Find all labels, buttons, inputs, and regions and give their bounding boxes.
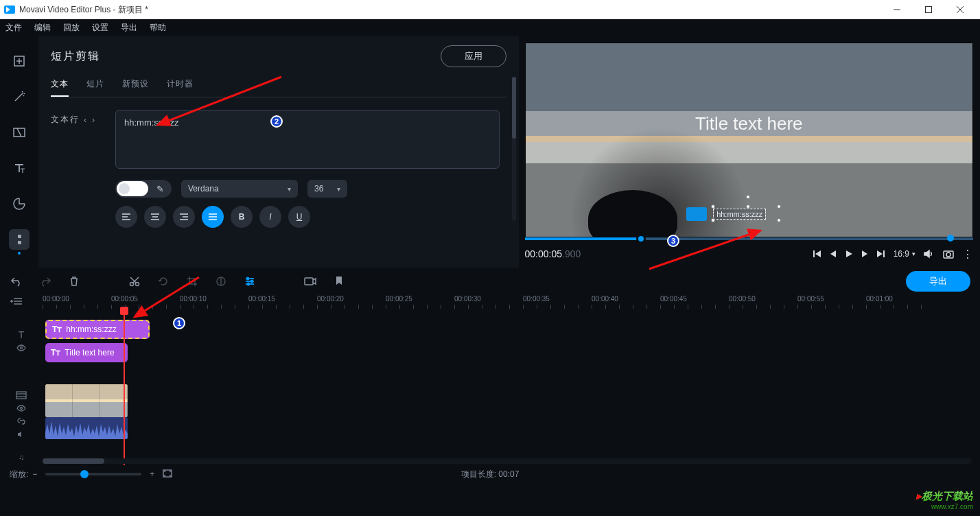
- text-track-icon: T: [19, 329, 25, 340]
- marker-icon[interactable]: [332, 274, 346, 288]
- time-ruler[interactable]: 00:00:0000:00:0500:00:1000:00:1500:00:20…: [43, 295, 972, 312]
- timeline-video-clip[interactable]: [45, 384, 128, 417]
- zoom-out-icon[interactable]: −: [32, 469, 37, 479]
- import-icon[interactable]: [9, 51, 30, 71]
- color-adjust-icon[interactable]: [214, 274, 228, 288]
- music-track-icon: ♫: [19, 453, 24, 461]
- svg-marker-28: [862, 250, 867, 257]
- ruler-label: 00:00:45: [660, 295, 687, 303]
- skip-start-icon[interactable]: [813, 249, 822, 259]
- align-justify-button[interactable]: [202, 206, 224, 228]
- watermark: ▸极光下载站 www.xz7.com: [916, 490, 973, 511]
- svg-point-33: [946, 253, 950, 257]
- crop-icon[interactable]: [185, 274, 199, 288]
- color-toggle[interactable]: [117, 181, 148, 196]
- preview-scrubber[interactable]: [525, 237, 974, 240]
- underline-button[interactable]: U: [288, 206, 310, 228]
- skip-end-icon[interactable]: [876, 249, 885, 259]
- menu-help[interactable]: 帮助: [150, 22, 166, 34]
- timeline: 00:00:0000:00:0500:00:1000:00:1500:00:20…: [0, 295, 980, 483]
- tab-preset[interactable]: 新预设: [122, 78, 149, 97]
- align-center-button[interactable]: [144, 206, 166, 228]
- menu-playback[interactable]: 回放: [63, 22, 80, 34]
- tab-timer[interactable]: 计时器: [167, 78, 194, 97]
- wand-icon[interactable]: [9, 86, 30, 107]
- next-text-arrow[interactable]: ›: [92, 115, 96, 125]
- more-icon[interactable]: ⋮: [962, 248, 973, 261]
- italic-button[interactable]: I: [259, 206, 281, 228]
- timeline-clip-timer[interactable]: Tᴛ hh:mm:ss:zzz: [45, 320, 150, 339]
- ruler-label: 00:00:05: [111, 295, 138, 303]
- timeline-hscroll[interactable]: [43, 458, 972, 464]
- svg-point-41: [251, 281, 253, 283]
- svg-marker-25: [815, 250, 821, 257]
- cut-icon[interactable]: [128, 274, 141, 288]
- frame-fwd-icon[interactable]: [861, 249, 869, 259]
- clip-edit-panel: 短片剪辑 应用 文本 短片 新预设 计时器 文本行 ‹› hh:mm:ss:zz…: [38, 36, 520, 268]
- ruler-label: 00:00:50: [729, 295, 756, 303]
- panel-scrollbar[interactable]: [512, 77, 516, 221]
- tab-text[interactable]: 文本: [51, 78, 69, 97]
- transitions-icon[interactable]: [9, 122, 30, 143]
- font-size-select[interactable]: 36▾: [307, 180, 347, 198]
- aspect-ratio[interactable]: 16:9 ▾: [894, 249, 915, 259]
- title-icon[interactable]: [9, 158, 30, 178]
- svg-marker-29: [877, 250, 883, 257]
- title-clip-icon: Tᴛ: [52, 325, 62, 334]
- track-visible-icon[interactable]: [16, 405, 26, 413]
- close-button[interactable]: [944, 0, 976, 19]
- rotate-icon[interactable]: [156, 274, 170, 288]
- delete-icon[interactable]: [67, 274, 81, 288]
- font-select[interactable]: Verdana▾: [181, 180, 298, 198]
- frame-back-icon[interactable]: [829, 249, 837, 259]
- menu-file[interactable]: 文件: [5, 22, 22, 34]
- maximize-button[interactable]: [913, 0, 944, 19]
- preview-video[interactable]: Title text here hh:mm:ss:zzz: [525, 43, 974, 237]
- svg-marker-27: [846, 250, 852, 257]
- minimize-button[interactable]: [881, 0, 913, 19]
- timeline-audio-clip[interactable]: [45, 417, 128, 439]
- stickers-icon[interactable]: [9, 194, 30, 214]
- align-left-button[interactable]: [115, 206, 137, 228]
- timeline-clip-title[interactable]: Tᴛ Title text here: [45, 343, 128, 362]
- tab-clip[interactable]: 短片: [86, 78, 104, 97]
- menu-export[interactable]: 导出: [121, 22, 137, 34]
- preview-timer-overlay[interactable]: hh:mm:ss:zzz: [713, 209, 766, 220]
- track-visible-icon[interactable]: [16, 344, 26, 353]
- undo-icon[interactable]: [10, 274, 23, 288]
- volume-icon[interactable]: [924, 249, 935, 259]
- track-link-icon[interactable]: [17, 417, 25, 427]
- bold-button[interactable]: B: [231, 206, 253, 228]
- menu-settings[interactable]: 设置: [92, 22, 108, 34]
- status-bar: 缩放: − + 项目长度: 00:07: [0, 465, 980, 483]
- preview-title-overlay[interactable]: Title text here: [695, 113, 803, 134]
- record-icon[interactable]: [303, 274, 317, 288]
- playhead[interactable]: [124, 307, 125, 467]
- more-tools-icon[interactable]: [9, 229, 30, 250]
- zoom-fit-icon[interactable]: [163, 469, 172, 480]
- align-right-button[interactable]: [173, 206, 195, 228]
- color-picker-icon[interactable]: ✎: [152, 181, 167, 196]
- svg-rect-24: [813, 250, 815, 257]
- snapshot-icon[interactable]: [943, 249, 954, 259]
- ruler-label: 00:00:10: [180, 295, 207, 303]
- zoom-in-icon[interactable]: +: [150, 469, 154, 479]
- zoom-label: 缩放:: [10, 469, 28, 480]
- svg-point-35: [136, 283, 139, 286]
- apply-button[interactable]: 应用: [441, 45, 506, 67]
- prev-text-arrow[interactable]: ‹: [84, 115, 88, 125]
- track-mute-icon[interactable]: [17, 431, 25, 439]
- export-button[interactable]: 导出: [906, 271, 970, 292]
- add-track-icon[interactable]: [10, 296, 22, 308]
- svg-rect-1: [926, 7, 932, 13]
- svg-marker-26: [830, 250, 836, 257]
- menu-edit[interactable]: 编辑: [34, 22, 51, 34]
- text-input[interactable]: hh:mm:ss:zzz: [115, 110, 500, 169]
- svg-rect-50: [16, 392, 26, 399]
- redo-icon[interactable]: [38, 274, 52, 288]
- zoom-slider[interactable]: [45, 473, 141, 476]
- window-title: Movavi Video Editor Plus - 新项目 *: [19, 4, 148, 16]
- svg-point-42: [248, 283, 250, 285]
- play-icon[interactable]: [844, 249, 854, 259]
- clip-properties-icon[interactable]: [243, 274, 257, 288]
